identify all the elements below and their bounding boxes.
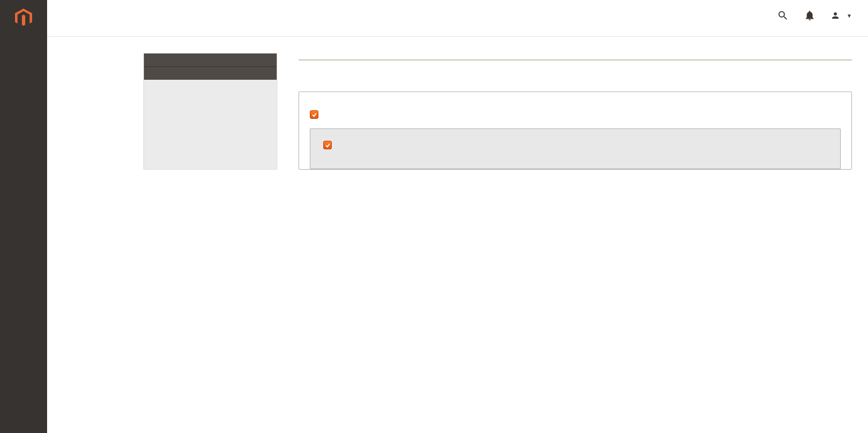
search-icon[interactable]	[777, 10, 789, 21]
select-all-checkbox[interactable]	[310, 110, 318, 119]
category-tree	[310, 128, 841, 169]
chevron-down-icon: ▼	[847, 13, 852, 19]
page-header: ▼	[47, 0, 868, 37]
steps-panel	[143, 53, 277, 170]
admin-sidebar	[0, 0, 47, 170]
select-all-row	[310, 110, 841, 119]
header-actions: ▼	[777, 10, 852, 21]
user-menu[interactable]: ▼	[831, 11, 852, 20]
root-category-row	[323, 141, 827, 149]
steps-footer	[144, 66, 277, 80]
magento-logo[interactable]	[0, 0, 47, 35]
divider	[299, 59, 852, 60]
bell-icon[interactable]	[804, 10, 816, 21]
info-text	[299, 75, 852, 92]
content-area	[47, 37, 868, 170]
categories-box	[299, 92, 852, 170]
settings-column	[299, 53, 852, 170]
steps-header	[144, 54, 277, 66]
root-checkbox[interactable]	[323, 141, 332, 149]
main-content: ▼	[47, 0, 868, 170]
user-icon	[831, 11, 840, 20]
